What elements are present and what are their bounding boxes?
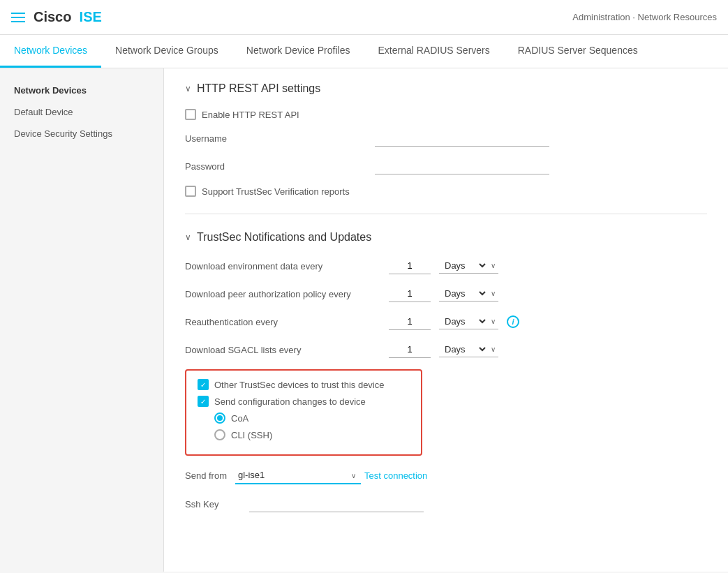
- download-env-input[interactable]: [389, 258, 431, 274]
- app-header: Cisco ISE Administration · Network Resou…: [0, 0, 728, 35]
- reauth-label: Reauthentication every: [185, 317, 380, 327]
- download-sgacl-select[interactable]: DaysHoursMinutes: [442, 343, 488, 355]
- reauth-select[interactable]: DaysHoursMinutes: [442, 315, 488, 327]
- chevron-down-icon: ∨: [185, 84, 191, 94]
- download-env-row: Download environment data every DaysHour…: [185, 258, 707, 274]
- username-input[interactable]: [375, 130, 549, 147]
- tab-network-device-groups[interactable]: Network Device Groups: [101, 35, 232, 68]
- info-icon[interactable]: i: [507, 315, 519, 328]
- cli-ssh-radio[interactable]: [214, 429, 225, 440]
- tab-network-devices[interactable]: Network Devices: [0, 35, 101, 68]
- sidebar-item-network-devices[interactable]: Network Devices: [0, 80, 163, 101]
- download-sgacl-row: Download SGACL lists every DaysHoursMinu…: [185, 341, 707, 358]
- send-from-label: Send from: [185, 470, 227, 481]
- send-config-row: ✓ Send configuration changes to device: [198, 396, 410, 407]
- dropdown-arrow-icon-3: ∨: [491, 318, 496, 325]
- download-env-select[interactable]: DaysHoursMinutes: [442, 260, 488, 271]
- ssh-key-input[interactable]: [249, 496, 424, 512]
- username-label: Username: [185, 133, 366, 144]
- tab-network-device-profiles[interactable]: Network Device Profiles: [232, 35, 364, 68]
- logo-ise: ISE: [80, 9, 102, 24]
- send-config-label: Send configuration changes to device: [214, 396, 366, 407]
- dropdown-arrow-icon: ∨: [491, 262, 496, 269]
- http-rest-section-title: HTTP REST API settings: [197, 82, 320, 95]
- download-env-label: Download environment data every: [185, 261, 380, 271]
- reauth-input[interactable]: [389, 313, 431, 330]
- download-sgacl-input[interactable]: [389, 341, 431, 358]
- logo-cisco: Cisco: [34, 9, 71, 24]
- tab-radius-server-sequences[interactable]: RADIUS Server Sequences: [504, 35, 652, 68]
- send-config-checkbox[interactable]: ✓: [198, 396, 209, 407]
- password-row: Password: [185, 158, 707, 174]
- http-rest-section-header[interactable]: ∨ HTTP REST API settings: [185, 82, 707, 95]
- coa-label: CoA: [231, 413, 248, 424]
- section-divider: [185, 214, 707, 214]
- send-from-row: Send from gl-ise1 ∨ Test connection: [185, 467, 707, 484]
- other-trustsec-checkbox[interactable]: ✓: [198, 379, 209, 390]
- ssh-key-label: Ssh Key: [185, 499, 241, 509]
- password-input[interactable]: [375, 158, 549, 174]
- download-peer-select[interactable]: DaysHoursMinutes: [442, 288, 488, 299]
- trustsec-section-header[interactable]: ∨ TrustSec Notifications and Updates: [185, 231, 707, 244]
- test-connection-button[interactable]: Test connection: [364, 470, 427, 481]
- trustsec-highlight-box: ✓ Other TrustSec devices to trust this d…: [185, 369, 422, 456]
- coa-radio-row: CoA: [214, 412, 410, 424]
- cli-ssh-radio-row: CLI (SSH): [214, 429, 410, 440]
- coa-radio[interactable]: [214, 412, 225, 424]
- reauth-row: Reauthentication every DaysHoursMinutes …: [185, 313, 707, 330]
- support-trustsec-label: Support TrustSec Verification reports: [202, 186, 350, 197]
- sidebar-item-default-device[interactable]: Default Device: [0, 101, 163, 123]
- other-trustsec-row: ✓ Other TrustSec devices to trust this d…: [198, 379, 410, 390]
- support-trustsec-row: Support TrustSec Verification reports: [185, 186, 707, 197]
- download-sgacl-select-wrapper: DaysHoursMinutes ∨: [439, 342, 498, 357]
- download-peer-row: Download peer authorization policy every…: [185, 285, 707, 302]
- dropdown-arrow-icon-2: ∨: [491, 290, 496, 297]
- enable-http-rest-row: Enable HTTP REST API: [185, 109, 707, 120]
- support-trustsec-checkbox[interactable]: [185, 186, 196, 197]
- http-rest-section: ∨ HTTP REST API settings Enable HTTP RES…: [185, 82, 707, 197]
- cli-ssh-label: CLI (SSH): [231, 430, 272, 440]
- download-peer-select-wrapper: DaysHoursMinutes ∨: [439, 286, 498, 302]
- sidebar: Network Devices Default Device Device Se…: [0, 68, 164, 572]
- other-trustsec-label: Other TrustSec devices to trust this dev…: [214, 380, 385, 390]
- enable-http-rest-checkbox[interactable]: [185, 109, 196, 120]
- download-sgacl-label: Download SGACL lists every: [185, 345, 380, 355]
- trustsec-section-title: TrustSec Notifications and Updates: [197, 231, 371, 244]
- trustsec-section: ∨ TrustSec Notifications and Updates Dow…: [185, 231, 707, 512]
- sidebar-item-device-security-settings[interactable]: Device Security Settings: [0, 123, 163, 144]
- reauth-select-wrapper: DaysHoursMinutes ∨: [439, 314, 498, 329]
- main-layout: Network Devices Default Device Device Se…: [0, 68, 728, 572]
- app-logo: Cisco ISE: [34, 9, 102, 25]
- ssh-key-row: Ssh Key: [185, 496, 707, 512]
- chevron-down-icon-2: ∨: [185, 232, 191, 242]
- download-peer-label: Download peer authorization policy every: [185, 289, 380, 299]
- send-from-select[interactable]: gl-ise1: [235, 467, 361, 484]
- send-from-select-wrapper: gl-ise1 ∨: [235, 467, 356, 484]
- breadcrumb: Administration · Network Resources: [572, 12, 717, 22]
- enable-http-rest-label: Enable HTTP REST API: [202, 110, 299, 120]
- password-label: Password: [185, 161, 366, 172]
- nav-tabs: Network Devices Network Device Groups Ne…: [0, 35, 728, 68]
- hamburger-menu-icon[interactable]: [11, 13, 25, 22]
- dropdown-arrow-icon-4: ∨: [491, 345, 496, 353]
- main-content: ∨ HTTP REST API settings Enable HTTP RES…: [164, 68, 728, 572]
- download-env-select-wrapper: DaysHoursMinutes ∨: [439, 258, 498, 274]
- download-peer-input[interactable]: [389, 285, 431, 302]
- header-left: Cisco ISE: [11, 9, 102, 25]
- username-row: Username: [185, 130, 707, 147]
- tab-external-radius-servers[interactable]: External RADIUS Servers: [364, 35, 503, 68]
